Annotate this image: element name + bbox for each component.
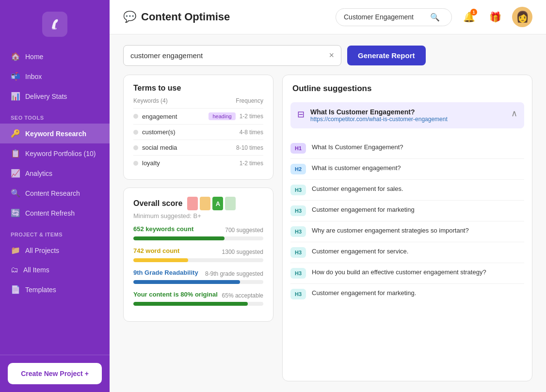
term-name: engagement xyxy=(142,113,209,120)
svg-point-0 xyxy=(52,28,57,30)
metric-row: 652 keywords count 700 suggested xyxy=(133,225,263,235)
score-card: Overall score A Minimum suggested: B+ 65… xyxy=(123,188,273,322)
outline-item-text: Customer engagement for marketing. xyxy=(312,289,416,298)
create-project-button[interactable]: Create New Project + xyxy=(8,363,102,384)
progress-fill xyxy=(133,236,225,240)
term-dot xyxy=(133,114,138,119)
score-block-light-green xyxy=(225,197,236,210)
sidebar-item-inbox[interactable]: 📬 Inbox xyxy=(0,66,110,86)
h3-badge: H3 xyxy=(290,205,306,216)
analytics-icon: 📈 xyxy=(11,169,20,178)
sidebar-item-label: All Projects xyxy=(25,247,59,254)
table-row: social media 8-10 times xyxy=(133,140,263,155)
sidebar: 🏠 Home 📬 Inbox 📊 Delivery Stats SEO Tool… xyxy=(0,0,110,392)
layout-icon: ⊟ xyxy=(297,109,305,120)
score-block-green: A xyxy=(212,197,223,210)
content-area: × Generate Report Terms to use Keywords … xyxy=(110,34,546,392)
chevron-up-icon[interactable]: ∧ xyxy=(511,108,517,119)
progress-bar xyxy=(133,280,263,284)
portfolios-icon: 📋 xyxy=(11,149,20,158)
global-search-input[interactable] xyxy=(344,13,426,21)
keyword-search-row: × Generate Report xyxy=(123,45,532,66)
outline-highlight-content: What Is Customer Engagement? https://com… xyxy=(310,108,448,123)
sidebar-item-content-research[interactable]: 🔍 Content Research xyxy=(0,183,110,203)
sidebar-item-label: Content Research xyxy=(25,189,80,197)
outline-item-text: Customer engagement for service. xyxy=(312,247,408,256)
sidebar-bottom: Create New Project + xyxy=(0,355,110,392)
h2-badge: H2 xyxy=(290,164,306,174)
metric-suggested: 700 suggested xyxy=(225,227,263,234)
terms-card-title: Terms to use xyxy=(133,84,263,93)
research-icon: 🔍 xyxy=(11,188,20,198)
h3-badge: H3 xyxy=(290,226,306,237)
term-frequency: 8-10 times xyxy=(236,144,263,151)
progress-bar xyxy=(133,258,263,262)
sidebar-item-all-projects[interactable]: 📁 All Projects xyxy=(0,240,110,260)
header: 💬 Content Optimise 🔍 🔔 1 🎁 👩 xyxy=(110,0,546,34)
notifications-button[interactable]: 🔔 1 xyxy=(460,8,478,26)
term-dot xyxy=(133,145,138,150)
outline-highlight-title: What Is Customer Engagement? xyxy=(310,108,448,116)
generate-report-button[interactable]: Generate Report xyxy=(347,46,426,65)
two-column-layout: Terms to use Keywords (4) Frequency enga… xyxy=(123,75,532,381)
sidebar-item-keyword-research[interactable]: 🔑 Keyword Research xyxy=(0,124,110,143)
clear-input-button[interactable]: × xyxy=(329,50,334,61)
metric-suggested: 1300 suggested xyxy=(222,249,263,255)
sidebar-item-keyword-portfolios[interactable]: 📋 Keyword Portfolios (10) xyxy=(0,143,110,163)
header-actions: 🔔 1 🎁 👩 xyxy=(460,7,532,27)
list-item: H3 Customer engagement for marketing. xyxy=(290,283,524,304)
h3-badge: H3 xyxy=(290,268,306,279)
list-item: H3 Why are customer engagement strategie… xyxy=(290,221,524,242)
term-name: loyalty xyxy=(142,159,240,167)
outline-card-title: Outline suggestions xyxy=(283,75,532,102)
sidebar-item-templates[interactable]: 📄 Templates xyxy=(0,280,110,299)
outline-highlight-link[interactable]: https://competitor.com/what-is-customer-… xyxy=(310,116,448,123)
metric-label: 652 keywords count xyxy=(133,225,193,233)
sidebar-item-analytics[interactable]: 📈 Analytics xyxy=(0,163,110,183)
list-item: H2 What is customer engagement? xyxy=(290,158,524,179)
sidebar-logo xyxy=(0,0,110,47)
sidebar-item-all-items[interactable]: 🗂 All Items xyxy=(0,260,110,280)
folder-icon: 📁 xyxy=(11,246,20,255)
outline-highlight: ⊟ What Is Customer Engagement? https://c… xyxy=(290,102,524,128)
metric-row: 9th Grade Readability 8-9th grade sugges… xyxy=(133,269,263,278)
terms-card: Terms to use Keywords (4) Frequency enga… xyxy=(123,75,273,180)
outline-item-text: Customer engagement for sales. xyxy=(312,185,403,194)
metric-label: Your content is 80% original xyxy=(133,291,218,298)
outline-item-text: Why are customer engagement strategies s… xyxy=(312,226,469,235)
h1-badge: H1 xyxy=(290,143,306,154)
sidebar-item-content-refresh[interactable]: 🔄 Content Refresh xyxy=(0,203,110,223)
sidebar-item-delivery-stats[interactable]: 📊 Delivery Stats xyxy=(0,86,110,106)
global-search-bar[interactable]: 🔍 xyxy=(336,8,452,26)
list-item: H3 Customer engagement for marketing xyxy=(290,200,524,221)
keyword-input-wrapper[interactable]: × xyxy=(123,45,341,66)
h3-badge: H3 xyxy=(290,289,306,299)
sidebar-item-label: Inbox xyxy=(25,73,42,80)
readability-metric: 9th Grade Readability 8-9th grade sugges… xyxy=(133,269,263,284)
progress-fill xyxy=(133,258,188,262)
list-item: H3 Customer engagement for sales. xyxy=(290,179,524,200)
outline-items-list: H1 What Is Customer Engagement? H2 What … xyxy=(283,134,532,312)
keyword-input[interactable] xyxy=(130,51,325,60)
sidebar-item-label: Keyword Portfolios (10) xyxy=(25,150,96,157)
terms-col-frequency: Frequency xyxy=(236,97,263,104)
template-icon: 📄 xyxy=(11,285,20,294)
outline-item-text: How do you build an effective customer e… xyxy=(312,268,486,277)
main-content: 💬 Content Optimise 🔍 🔔 1 🎁 👩 × Generate … xyxy=(110,0,546,392)
term-frequency: 1-2 times xyxy=(240,160,263,167)
table-row: loyalty 1-2 times xyxy=(133,155,263,171)
content-optimise-icon: 💬 xyxy=(123,11,136,23)
sidebar-item-label: Templates xyxy=(25,286,56,294)
outline-item-text: What Is Customer Engagement? xyxy=(312,143,403,152)
sidebar-navigation: 🏠 Home 📬 Inbox 📊 Delivery Stats SEO Tool… xyxy=(0,47,110,355)
gift-button[interactable]: 🎁 xyxy=(486,8,504,26)
term-frequency: 4-8 times xyxy=(240,129,263,136)
items-icon: 🗂 xyxy=(11,266,18,274)
left-column: Terms to use Keywords (4) Frequency enga… xyxy=(123,75,273,381)
refresh-icon: 🔄 xyxy=(11,208,20,218)
outline-item-text: Customer engagement for marketing xyxy=(312,205,415,215)
right-column: Outline suggestions ⊟ What Is Customer E… xyxy=(282,75,532,381)
sidebar-item-home[interactable]: 🏠 Home xyxy=(0,47,110,66)
notification-badge: 1 xyxy=(470,9,477,16)
seo-section-label: SEO Tools xyxy=(0,106,110,124)
